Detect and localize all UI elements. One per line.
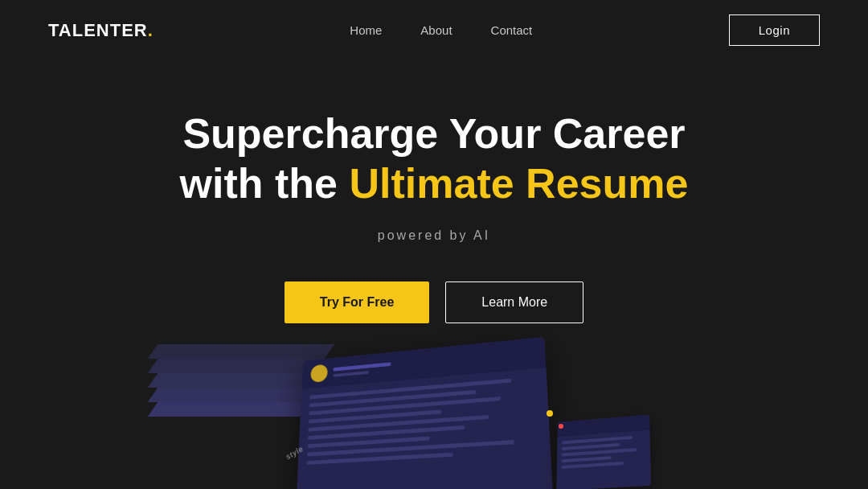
- side-line-1: [562, 436, 633, 444]
- mockup-area: style: [153, 344, 715, 489]
- try-free-button[interactable]: Try For Free: [285, 281, 429, 323]
- nav-link-home[interactable]: Home: [350, 23, 382, 37]
- side-card-body: [557, 430, 651, 474]
- nav-link-about[interactable]: About: [420, 23, 452, 37]
- card-header-lines: [333, 362, 391, 376]
- hero-buttons: Try For Free Learn More: [285, 281, 583, 323]
- hero-title: Supercharge Your Career with the Ultimat…: [180, 109, 689, 209]
- dot-accent-1: [547, 410, 553, 417]
- dot-accent-2: [559, 424, 563, 429]
- logo-text: TALENTER: [48, 20, 148, 40]
- mockup-container: style: [153, 344, 715, 489]
- nav-item-home[interactable]: Home: [350, 23, 382, 38]
- header-line-name: [334, 362, 391, 371]
- hero-title-line2-prefix: with the: [180, 160, 350, 207]
- side-line-5: [561, 462, 624, 469]
- logo-dot: .: [148, 20, 154, 40]
- resume-side-card: [556, 414, 651, 489]
- header-line-title: [333, 371, 369, 377]
- card-stack-5: [148, 344, 335, 359]
- hero-subtitle: powered by AI: [378, 228, 490, 243]
- avatar-icon: [310, 364, 328, 383]
- nav-item-contact[interactable]: Contact: [491, 23, 533, 38]
- side-line-4: [562, 456, 612, 462]
- hero-title-line1: Supercharge Your Career: [182, 110, 685, 157]
- navbar: TALENTER. Home About Contact Login: [0, 0, 868, 60]
- resume-main-card: [296, 337, 553, 489]
- nav-item-about[interactable]: About: [420, 23, 452, 38]
- nav-links: Home About Contact: [350, 23, 532, 38]
- learn-more-button[interactable]: Learn More: [445, 281, 583, 323]
- login-button[interactable]: Login: [729, 14, 820, 46]
- hero-section: Supercharge Your Career with the Ultimat…: [0, 60, 868, 323]
- hero-title-highlight: Ultimate Resume: [349, 160, 688, 207]
- logo: TALENTER.: [48, 20, 154, 41]
- nav-link-contact[interactable]: Contact: [491, 23, 533, 37]
